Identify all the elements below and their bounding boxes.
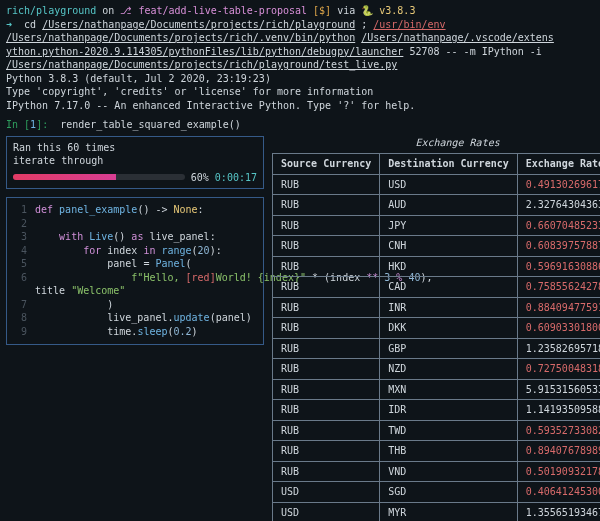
cell-rate: 0.6083975788795023 <box>517 236 600 257</box>
cell-dst: INR <box>380 297 517 318</box>
exchange-rates-panel: Exchange Rates Source Currency Destinati… <box>272 136 600 522</box>
cell-dst: IDR <box>380 400 517 421</box>
table-row: USDSGD0.4064124530072146 <box>273 482 601 503</box>
git-stash-indicator: [$] <box>313 5 331 16</box>
ipython-in-code: render_table_squared_example() <box>54 119 241 130</box>
cell-rate: 0.5019093217873589 <box>517 461 600 482</box>
cell-src: RUB <box>273 318 380 339</box>
cell-src: RUB <box>273 215 380 236</box>
table-row: RUBUSD0.4913026961790504 <box>273 174 601 195</box>
cell-dst: THB <box>380 441 517 462</box>
cell-rate: 0.8840947759108704 <box>517 297 600 318</box>
table-row: RUBAUD2.3276430436336777 <box>273 195 601 216</box>
cell-dst: MYR <box>380 502 517 521</box>
cell-src: RUB <box>273 461 380 482</box>
python-banner-2: Type 'copyright', 'credits' or 'license'… <box>6 85 594 99</box>
table-row: USDMYR1.3556519346742664 <box>273 502 601 521</box>
cell-rate: 2.3276430436336777 <box>517 195 600 216</box>
table-row: RUBTWD0.5935273308218587 <box>273 420 601 441</box>
python-path: /Users/nathanpage/Documents/projects/ric… <box>6 32 355 43</box>
cd-path: /Users/nathanpage/Documents/projects/ric… <box>42 19 355 30</box>
cell-src: RUB <box>273 195 380 216</box>
shell-prompt-1: rich/playground on ⎇ feat/add-live-table… <box>6 4 594 18</box>
table-row: RUBVND0.5019093217873589 <box>273 461 601 482</box>
cell-rate: 0.6090330180009727 <box>517 318 600 339</box>
cell-dst: USD <box>380 174 517 195</box>
cell-src: RUB <box>273 420 380 441</box>
table-row: RUBCAD0.7585562427892392 <box>273 277 601 298</box>
progress-bar <box>13 174 185 180</box>
cell-src: RUB <box>273 400 380 421</box>
cell-dst: NZD <box>380 359 517 380</box>
run-iterate-text: iterate through <box>13 154 257 168</box>
cell-rate: 0.4064124530072146 <box>517 482 600 503</box>
ipython-input[interactable]: In [1]: render_table_squared_example() <box>6 118 594 132</box>
env-path: /usr/bin/env <box>373 19 445 30</box>
ipython-in-suffix: ]: <box>36 119 48 130</box>
table-row: RUBDKK0.6090330180009727 <box>273 318 601 339</box>
cell-src: RUB <box>273 256 380 277</box>
cell-rate: 5.915315605336362 <box>517 379 600 400</box>
table-row: RUBNZD0.7275004831820067 <box>273 359 601 380</box>
progress-elapsed: 0:00:17 <box>215 171 257 185</box>
cell-src: RUB <box>273 277 380 298</box>
run-status-panel: Ran this 60 times iterate through 60% 0:… <box>6 136 264 190</box>
col-src: Source Currency <box>273 154 380 175</box>
python-icon: 🐍 <box>361 5 373 16</box>
table-row: RUBMXN5.915315605336362 <box>273 379 601 400</box>
cell-src: USD <box>273 502 380 521</box>
python-banner-3: IPython 7.17.0 -- An enhanced Interactiv… <box>6 99 594 113</box>
prompt-path: rich/playground <box>6 5 96 16</box>
cell-dst: MXN <box>380 379 517 400</box>
git-branch-icon: ⎇ <box>120 5 132 16</box>
table-row: RUBTHB0.8940767898969942 <box>273 441 601 462</box>
cell-dst: VND <box>380 461 517 482</box>
table-row: RUBINR0.8840947759108704 <box>273 297 601 318</box>
cell-src: RUB <box>273 236 380 257</box>
cell-rate: 1.1419350958815912 <box>517 400 600 421</box>
cell-dst: DKK <box>380 318 517 339</box>
cell-rate: 0.5969163088607342 <box>517 256 600 277</box>
git-branch: feat/add-live-table-proposal <box>138 5 307 16</box>
shell-command: cd /Users/nathanpage/Documents/projects/… <box>6 19 554 44</box>
cell-src: RUB <box>273 379 380 400</box>
cell-dst: CNH <box>380 236 517 257</box>
terminal-window: rich/playground on ⎇ feat/add-live-table… <box>0 0 600 521</box>
cell-rate: 0.7275004831820067 <box>517 359 600 380</box>
cell-rate: 0.7585562427892392 <box>517 277 600 298</box>
cell-dst: HKD <box>380 256 517 277</box>
python-version: v3.8.3 <box>379 5 415 16</box>
launcher-path: ython.python-2020.9.114305/pythonFiles/l… <box>6 46 403 57</box>
cell-dst: AUD <box>380 195 517 216</box>
cell-src: RUB <box>273 174 380 195</box>
cell-src: RUB <box>273 359 380 380</box>
cell-src: RUB <box>273 441 380 462</box>
python-banner-1: Python 3.8.3 (default, Jul 2 2020, 23:19… <box>6 72 594 86</box>
table-row: RUBIDR1.1419350958815912 <box>273 400 601 421</box>
col-dst: Destination Currency <box>380 154 517 175</box>
cell-src: USD <box>273 482 380 503</box>
script-path: /Users/nathanpage/Documents/projects/ric… <box>6 59 397 70</box>
cell-rate: 1.3556519346742664 <box>517 502 600 521</box>
cell-rate: 0.6607048523329894 <box>517 215 600 236</box>
cell-dst: GBP <box>380 338 517 359</box>
code-panel: 1def panel_example() -> None: 2 3 with L… <box>6 197 264 345</box>
prompt-via: via <box>337 5 361 16</box>
table-row: RUBCNH0.6083975788795023 <box>273 236 601 257</box>
exchange-rates-table: Source Currency Destination Currency Exc… <box>272 153 600 521</box>
prompt-arrow-icon: ➜ <box>6 19 12 30</box>
prompt-on: on <box>102 5 120 16</box>
cell-dst: TWD <box>380 420 517 441</box>
table-row: RUBJPY0.6607048523329894 <box>273 215 601 236</box>
table-header-row: Source Currency Destination Currency Exc… <box>273 154 601 175</box>
cell-src: RUB <box>273 338 380 359</box>
shell-prompt-2[interactable]: ➜ cd /Users/nathanpage/Documents/project… <box>6 18 594 45</box>
cell-src: RUB <box>273 297 380 318</box>
cell-rate: 0.8940767898969942 <box>517 441 600 462</box>
cell-dst: CAD <box>380 277 517 298</box>
col-rate: Exchange Rate <box>517 154 600 175</box>
run-count-text: Ran this 60 times <box>13 141 257 155</box>
cell-dst: JPY <box>380 215 517 236</box>
ipython-in-prefix: In [ <box>6 119 30 130</box>
progress-percent: 60% <box>191 171 209 185</box>
